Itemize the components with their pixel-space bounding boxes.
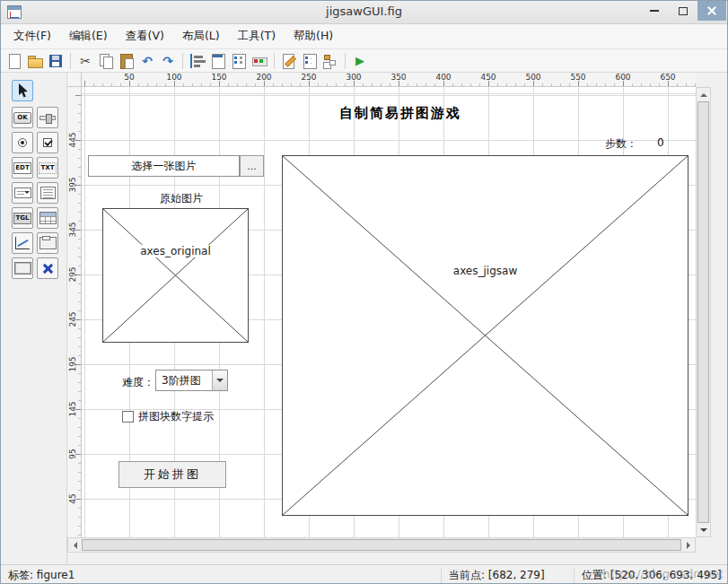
tab-order-editor-icon xyxy=(231,53,247,69)
ruler-label: 500 xyxy=(525,73,540,82)
palette-activex-tool[interactable] xyxy=(37,257,58,279)
save-button[interactable] xyxy=(46,51,66,71)
align-objects-button[interactable] xyxy=(188,51,207,71)
redo-button[interactable]: ↷ xyxy=(158,51,178,71)
palette-radiobutton-tool[interactable] xyxy=(12,132,33,153)
ruler-label: 445 xyxy=(68,132,77,147)
hint-checkbox-row[interactable]: 拼图块数字提示 xyxy=(122,409,214,424)
scroll-right-button[interactable] xyxy=(681,538,695,552)
hint-checkbox-label: 拼图块数字提示 xyxy=(138,409,214,424)
palette-edittext-tool[interactable]: EDT xyxy=(12,157,33,179)
palette-axes-tool[interactable] xyxy=(12,232,33,254)
palette-statictext-tool[interactable]: TXT xyxy=(37,157,58,179)
menu-edit[interactable]: 编辑(E) xyxy=(60,25,117,48)
new-file-icon xyxy=(6,53,22,69)
undo-button[interactable]: ↶ xyxy=(137,51,157,71)
new-button[interactable] xyxy=(4,51,24,71)
ruler-label: 95 xyxy=(68,449,77,458)
table-icon xyxy=(39,212,57,224)
toolbar-separator xyxy=(345,53,346,69)
palette-select-tool[interactable] xyxy=(12,80,33,101)
checkbox-icon xyxy=(43,138,52,147)
axes-original[interactable]: axes_original xyxy=(102,208,249,343)
palette-buttongroup-tool[interactable] xyxy=(12,257,33,279)
scroll-left-button[interactable] xyxy=(68,538,82,552)
tab-order-editor-button[interactable] xyxy=(229,51,249,71)
palette-listbox-tool[interactable] xyxy=(37,182,58,204)
layout-editor: 50 100 150 200 250 300 350 400 450 500 5… xyxy=(67,73,727,564)
object-browser-button[interactable] xyxy=(320,51,340,71)
open-button[interactable] xyxy=(25,51,45,71)
align-objects-icon xyxy=(189,53,206,69)
run-button[interactable]: ▶ xyxy=(350,51,370,71)
paste-icon xyxy=(118,53,135,69)
menu-layout[interactable]: 布局(L) xyxy=(173,25,229,48)
difficulty-value: 3阶拼图 xyxy=(156,373,212,388)
menu-view[interactable]: 查看(V) xyxy=(117,25,173,48)
menu-editor-icon xyxy=(210,53,226,69)
menubar: 文件(F) 编辑(E) 查看(V) 布局(L) 工具(T) 帮助(H) xyxy=(1,24,727,49)
browse-button[interactable]: ... xyxy=(240,155,264,177)
scroll-right-icon xyxy=(687,542,694,549)
hint-checkbox[interactable] xyxy=(122,411,134,423)
image-path-edit[interactable]: 选择一张图片 xyxy=(88,155,240,177)
main-area: OK EDT TXT TGL 50 100 150 200 250 xyxy=(1,73,727,564)
horizontal-ruler: 50 100 150 200 250 300 350 400 450 500 5… xyxy=(82,73,696,87)
difficulty-label[interactable]: 难度： xyxy=(122,375,154,390)
close-button[interactable] xyxy=(697,1,726,21)
difficulty-dropdown[interactable]: 3阶拼图 xyxy=(155,370,228,391)
start-jigsaw-button[interactable]: 开始拼图 xyxy=(118,461,226,488)
menu-editor-button[interactable] xyxy=(208,51,228,71)
run-icon: ▶ xyxy=(352,53,368,69)
figure-title-text[interactable]: 自制简易拼图游戏 xyxy=(266,105,535,122)
menu-tools[interactable]: 工具(T) xyxy=(229,25,285,48)
cut-button[interactable]: ✂ xyxy=(75,51,95,71)
editor-button[interactable] xyxy=(279,51,299,71)
palette-pushbutton-tool[interactable]: OK xyxy=(12,107,33,128)
slider-icon xyxy=(39,116,56,120)
maximize-button[interactable] xyxy=(669,1,697,21)
button-group-icon xyxy=(14,262,31,275)
scroll-up-button[interactable] xyxy=(697,88,710,101)
palette-panel-tool[interactable] xyxy=(37,232,58,254)
toggle-button-icon: TGL xyxy=(13,213,31,224)
undo-icon: ↶ xyxy=(139,53,155,69)
steps-label[interactable]: 步数： xyxy=(605,136,637,152)
open-folder-icon xyxy=(27,53,43,69)
axes-jigsaw[interactable]: axes_jigsaw xyxy=(282,155,689,516)
steps-value[interactable]: 0 xyxy=(657,136,664,149)
ruler-label: 550 xyxy=(570,73,585,82)
menu-file[interactable]: 文件(F) xyxy=(4,25,60,48)
palette-checkbox-tool[interactable] xyxy=(37,132,58,153)
ruler-label: 350 xyxy=(390,73,406,82)
palette-table-tool[interactable] xyxy=(37,207,58,229)
palette-togglebutton-tool[interactable]: TGL xyxy=(12,207,33,229)
design-canvas[interactable]: 自制简易拼图游戏 步数： 0 选择一张图片 ... 原始图片 axes_orig… xyxy=(82,87,696,537)
original-image-label[interactable]: 原始图片 xyxy=(145,191,217,206)
horizontal-scrollbar[interactable] xyxy=(67,537,696,553)
ruler-label: 345 xyxy=(68,222,77,237)
ruler-label: 200 xyxy=(256,73,271,82)
status-current-point: 当前点: [682, 279] xyxy=(441,568,545,583)
vertical-scrollbar[interactable] xyxy=(696,87,711,537)
axes-icon xyxy=(15,237,30,249)
copy-button[interactable] xyxy=(96,51,116,71)
ruler-label: 245 xyxy=(68,311,77,327)
titlebar[interactable]: jigsawGUI.fig xyxy=(1,1,727,24)
vertical-scroll-thumb[interactable] xyxy=(697,101,709,523)
window-controls xyxy=(640,1,726,21)
ruler-label: 100 xyxy=(166,73,181,82)
property-inspector-button[interactable] xyxy=(300,51,320,71)
palette-slider-tool[interactable] xyxy=(37,107,58,128)
listbox-icon xyxy=(40,187,56,199)
palette-popupmenu-tool[interactable] xyxy=(12,182,33,204)
paste-button[interactable] xyxy=(117,51,136,71)
scroll-down-button[interactable] xyxy=(697,523,710,536)
menu-help[interactable]: 帮助(H) xyxy=(285,25,342,48)
toolbar-editor-button[interactable] xyxy=(250,51,269,71)
axes-original-label: axes_original xyxy=(137,245,214,257)
horizontal-scroll-thumb[interactable] xyxy=(82,539,681,551)
minimize-button[interactable] xyxy=(640,1,669,21)
component-palette: OK EDT TXT TGL xyxy=(1,73,67,564)
chevron-down-icon[interactable] xyxy=(212,370,227,390)
